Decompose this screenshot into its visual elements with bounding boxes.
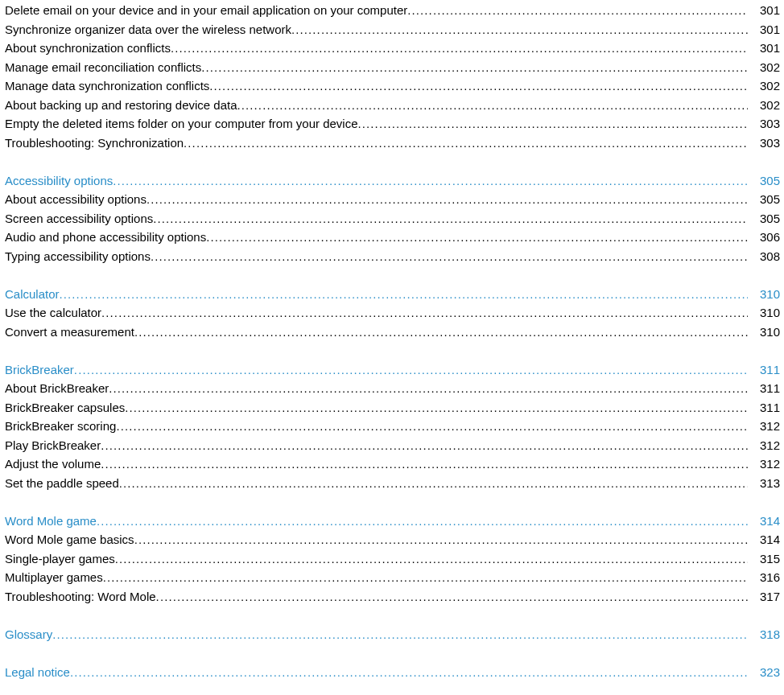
- toc-entry-title: Audio and phone accessibility options: [5, 230, 206, 244]
- toc-leader-dots: [146, 192, 748, 206]
- toc-page-number: 318: [748, 627, 784, 641]
- toc-item-row[interactable]: Word Mole game basics314: [5, 533, 784, 552]
- toc-entry-title: Multiplayer games: [5, 570, 103, 584]
- toc-spacer: [5, 495, 784, 514]
- toc-item-row[interactable]: Empty the deleted items folder on your c…: [5, 117, 784, 136]
- toc-leader-dots: [115, 552, 748, 565]
- toc-item-row[interactable]: Delete email on your device and in your …: [5, 3, 784, 23]
- toc-page-number: 311: [748, 401, 784, 414]
- toc-leader-dots: [201, 60, 748, 74]
- toc-leader-dots: [119, 476, 748, 490]
- toc-page-number: 312: [748, 457, 784, 471]
- toc-entry-title: Calculator: [5, 287, 60, 301]
- toc-item-row[interactable]: Use the calculator310: [5, 306, 784, 325]
- toc-entry-title: Use the calculator: [5, 306, 101, 319]
- toc-item-row[interactable]: About backing up and restoring device da…: [5, 98, 784, 117]
- toc-page-number: 315: [748, 552, 784, 565]
- toc-entry-title: Set the paddle speed: [5, 476, 119, 490]
- toc-item-row[interactable]: Manage data synchronization conflicts302: [5, 79, 784, 98]
- toc-entry-title: Word Mole game basics: [5, 533, 134, 546]
- toc-page-number: 302: [748, 79, 784, 93]
- toc-leader-dots: [103, 570, 748, 584]
- toc-leader-dots: [101, 457, 748, 471]
- toc-item-row[interactable]: Set the paddle speed313: [5, 476, 784, 496]
- toc-spacer: [5, 268, 784, 287]
- toc-leader-dots: [358, 117, 748, 130]
- toc-leader-dots: [134, 533, 748, 546]
- toc-spacer: [5, 646, 784, 665]
- toc-page-number: 312: [748, 419, 784, 433]
- toc-item-row[interactable]: Typing accessibility options308: [5, 249, 784, 269]
- toc-page-number: 303: [748, 117, 784, 130]
- toc-leader-dots: [125, 401, 748, 414]
- toc-entry-title: Troubleshooting: Synchronization: [5, 136, 184, 150]
- toc-leader-dots: [60, 287, 748, 301]
- toc-heading-row[interactable]: Legal notice323: [5, 665, 784, 685]
- toc-item-row[interactable]: About synchronization conflicts301: [5, 41, 784, 60]
- toc-page-number: 323: [748, 665, 784, 679]
- toc-page-number: 301: [748, 3, 784, 17]
- toc-entry-title: About synchronization conflicts: [5, 41, 171, 55]
- toc-item-row[interactable]: Manage email reconciliation conflicts302: [5, 60, 784, 80]
- toc-entry-title: Troubleshooting: Word Mole: [5, 590, 156, 603]
- toc-item-row[interactable]: Troubleshooting: Word Mole317: [5, 590, 784, 609]
- toc-heading-row[interactable]: Glossary318: [5, 627, 784, 647]
- toc-leader-dots: [74, 363, 748, 376]
- toc-item-row[interactable]: Synchronize organizer data over the wire…: [5, 23, 784, 42]
- toc-page-number: 301: [748, 23, 784, 36]
- toc-page-number: 305: [748, 174, 784, 187]
- toc-leader-dots: [237, 98, 748, 112]
- toc-entry-title: Glossary: [5, 627, 52, 641]
- toc-page-number: 316: [748, 570, 784, 584]
- toc-leader-dots: [97, 514, 748, 528]
- toc-entry-title: About backing up and restoring device da…: [5, 98, 237, 112]
- toc-item-row[interactable]: Multiplayer games316: [5, 570, 784, 590]
- toc-page-number: 305: [748, 192, 784, 206]
- table-of-contents: Delete email on your device and in your …: [5, 3, 784, 684]
- toc-entry-title: Play BrickBreaker: [5, 438, 101, 452]
- toc-leader-dots: [209, 79, 748, 93]
- toc-item-row[interactable]: Troubleshooting: Synchronization303: [5, 136, 784, 155]
- toc-leader-dots: [206, 230, 748, 244]
- toc-page-number: 301: [748, 41, 784, 55]
- toc-heading-row[interactable]: Accessibility options305: [5, 174, 784, 193]
- toc-leader-dots: [184, 136, 748, 150]
- toc-entry-title: Manage email reconciliation conflicts: [5, 60, 201, 74]
- toc-leader-dots: [109, 381, 748, 395]
- toc-entry-title: Single-player games: [5, 552, 115, 565]
- toc-leader-dots: [101, 438, 748, 452]
- toc-leader-dots: [134, 325, 748, 339]
- toc-item-row[interactable]: Convert a measurement310: [5, 325, 784, 344]
- toc-item-row[interactable]: About BrickBreaker311: [5, 381, 784, 401]
- toc-item-row[interactable]: Adjust the volume312: [5, 457, 784, 476]
- toc-leader-dots: [156, 590, 748, 603]
- toc-leader-dots: [171, 41, 748, 55]
- toc-item-row[interactable]: BrickBreaker scoring312: [5, 419, 784, 438]
- toc-leader-dots: [153, 212, 748, 225]
- toc-entry-title: Convert a measurement: [5, 325, 134, 339]
- toc-item-row[interactable]: Audio and phone accessibility options306: [5, 230, 784, 249]
- toc-page-number: 305: [748, 212, 784, 225]
- toc-leader-dots: [52, 627, 748, 641]
- toc-item-row[interactable]: Play BrickBreaker312: [5, 438, 784, 458]
- toc-entry-title: Word Mole game: [5, 514, 97, 528]
- toc-page-number: 310: [748, 306, 784, 319]
- toc-entry-title: Legal notice: [5, 665, 70, 679]
- toc-heading-row[interactable]: Calculator310: [5, 287, 784, 306]
- toc-item-row[interactable]: Single-player games315: [5, 552, 784, 571]
- toc-page-number: 302: [748, 60, 784, 74]
- toc-item-row[interactable]: Screen accessibility options305: [5, 212, 784, 231]
- toc-spacer: [5, 608, 784, 627]
- toc-leader-dots: [70, 665, 748, 679]
- toc-entry-title: BrickBreaker scoring: [5, 419, 116, 433]
- toc-page-number: 303: [748, 136, 784, 150]
- toc-heading-row[interactable]: BrickBreaker311: [5, 363, 784, 382]
- toc-leader-dots: [116, 419, 748, 433]
- toc-heading-row[interactable]: Word Mole game314: [5, 514, 784, 533]
- toc-page-number: 310: [748, 325, 784, 339]
- toc-leader-dots: [407, 3, 748, 17]
- toc-page-number: 302: [748, 98, 784, 112]
- toc-entry-title: About BrickBreaker: [5, 381, 109, 395]
- toc-item-row[interactable]: About accessibility options305: [5, 192, 784, 212]
- toc-item-row[interactable]: BrickBreaker capsules311: [5, 401, 784, 420]
